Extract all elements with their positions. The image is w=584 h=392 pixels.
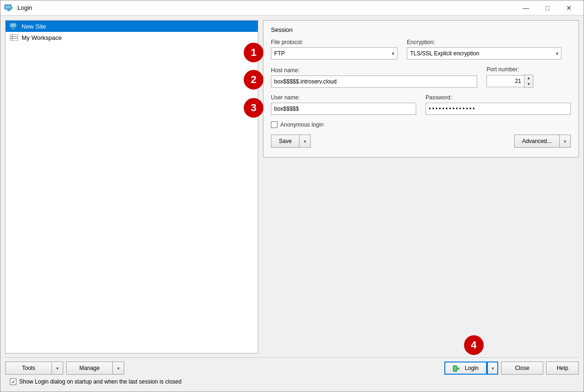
login-button-group: Login ▾ — [444, 362, 498, 375]
login-window: Login — □ ✕ — [0, 0, 584, 392]
svg-rect-1 — [6, 6, 10, 8]
login-label: Login — [465, 365, 479, 371]
site-tree-panel: New Site My Workspace — [5, 20, 258, 354]
tools-dropdown-button[interactable]: ▾ — [52, 362, 63, 375]
encryption-label: Encryption: — [407, 39, 562, 45]
login-icon — [453, 364, 462, 372]
password-input[interactable] — [426, 103, 571, 115]
hostname-label: Host name: — [271, 67, 477, 74]
right-panel: Session 1 File protocol: FTP — [263, 20, 579, 354]
status-bar: Show Login dialog on startup and when th… — [5, 377, 579, 387]
username-label: User name: — [271, 94, 416, 101]
port-spinners: ▲ ▼ — [524, 75, 533, 88]
svg-rect-15 — [454, 366, 457, 371]
help-button[interactable]: Help — [546, 362, 579, 375]
svg-rect-6 — [10, 23, 16, 27]
window-controls: — □ ✕ — [515, 0, 580, 15]
show-login-checkbox[interactable] — [10, 378, 16, 385]
minimize-button[interactable]: — — [515, 0, 537, 15]
advanced-button-group: Advanced... ▾ — [514, 135, 571, 148]
save-button-group: Save ▾ — [271, 135, 311, 148]
right-buttons: Close Help — [501, 362, 579, 375]
hostname-row: 2 Host name: box$$$$$.introserv.cloud Po… — [271, 66, 571, 88]
main-content: New Site My Workspace — [5, 20, 579, 354]
hostname-input[interactable]: box$$$$$.introserv.cloud — [271, 75, 477, 88]
dialog-close-button[interactable]: Close — [501, 362, 543, 375]
encryption-select-wrapper: TLS/SSL Explicit encryption — [407, 47, 562, 60]
svg-rect-8 — [11, 29, 15, 30]
app-icon — [4, 3, 14, 13]
file-protocol-label: File protocol: — [271, 39, 397, 45]
file-protocol-select[interactable]: FTP — [271, 47, 397, 60]
workspace-icon — [9, 34, 19, 41]
login-button-container: 4 Login ▾ — [444, 362, 498, 375]
window-title: Login — [17, 4, 515, 11]
port-group: Port number: 21 ▲ ▼ — [487, 66, 533, 88]
session-box: Session 1 File protocol: FTP — [263, 20, 579, 158]
maximize-button[interactable]: □ — [537, 0, 558, 15]
login-button[interactable]: Login — [444, 362, 487, 375]
encryption-select[interactable]: TLS/SSL Explicit encryption — [407, 47, 562, 60]
anonymous-login-label: Anonymous login — [280, 121, 323, 128]
new-site-icon — [9, 23, 19, 30]
username-group: User name: box$$$$$ — [271, 94, 416, 115]
username-input[interactable]: box$$$$$ — [271, 103, 416, 115]
advanced-button[interactable]: Advanced... — [514, 135, 560, 148]
port-down-button[interactable]: ▼ — [524, 81, 533, 87]
tools-button-group: Tools ▾ — [5, 362, 63, 375]
anonymous-login-checkbox[interactable] — [271, 121, 277, 128]
session-title: Session — [271, 26, 571, 33]
password-label: Password: — [426, 94, 571, 101]
protocol-row: 1 File protocol: FTP — [271, 39, 571, 60]
advanced-dropdown-button[interactable]: ▾ — [560, 135, 571, 148]
startup-checkbox-row: Show Login dialog on startup and when th… — [10, 378, 181, 385]
my-workspace-label: My Workspace — [22, 34, 62, 41]
password-group: Password: — [426, 94, 571, 115]
svg-marker-9 — [17, 25, 18, 27]
port-label: Port number: — [487, 66, 533, 73]
tree-item-new-site[interactable]: New Site — [6, 21, 258, 32]
file-protocol-select-wrapper: FTP — [271, 47, 397, 60]
svg-rect-3 — [7, 10, 11, 11]
window-body: New Site My Workspace — [0, 15, 584, 392]
hostname-group: Host name: box$$$$$.introserv.cloud — [271, 67, 477, 88]
file-protocol-group: File protocol: FTP — [271, 39, 397, 60]
anonymous-login-row: Anonymous login — [271, 121, 571, 128]
svg-marker-2 — [7, 9, 10, 10]
bottom-toolbar: Tools ▾ Manage ▾ 4 — [5, 357, 579, 377]
right-spacer — [263, 158, 579, 354]
credentials-row: 3 User name: box$$$$$ Password: — [271, 94, 571, 115]
save-dropdown-button[interactable]: ▾ — [299, 135, 311, 148]
login-dropdown-button[interactable]: ▾ — [487, 362, 498, 375]
svg-marker-7 — [12, 28, 15, 29]
port-wrapper: 21 ▲ ▼ — [487, 75, 533, 88]
tree-item-my-workspace[interactable]: My Workspace — [6, 32, 258, 43]
encryption-group: Encryption: TLS/SSL Explicit encryption — [407, 39, 562, 60]
manage-button[interactable]: Manage — [66, 362, 113, 375]
action-row: Save ▾ Advanced... ▾ — [271, 135, 571, 148]
show-login-label: Show Login dialog on startup and when th… — [19, 378, 181, 385]
title-bar: Login — □ ✕ — [0, 0, 584, 15]
manage-dropdown-button[interactable]: ▾ — [113, 362, 124, 375]
save-button[interactable]: Save — [271, 135, 299, 148]
port-up-button[interactable]: ▲ — [524, 75, 533, 81]
close-window-button[interactable]: ✕ — [558, 0, 580, 15]
tools-button[interactable]: Tools — [5, 362, 52, 375]
new-site-label: New Site — [22, 23, 46, 30]
port-input[interactable]: 21 — [487, 75, 524, 87]
svg-rect-10 — [10, 34, 18, 41]
manage-button-group: Manage ▾ — [66, 362, 124, 375]
svg-marker-4 — [12, 7, 13, 9]
